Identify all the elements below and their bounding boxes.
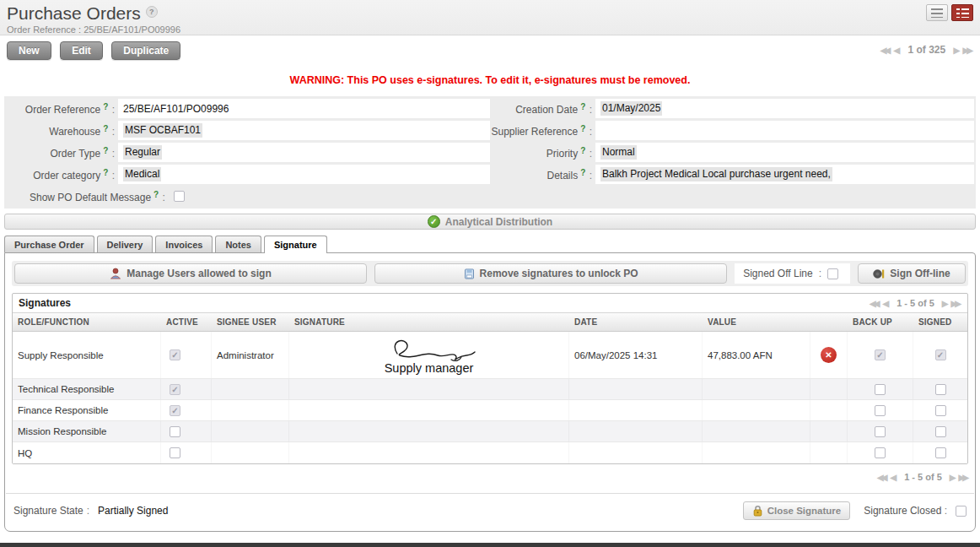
field-help-icon[interactable]: ? — [580, 168, 585, 177]
signature-state-label: Signature State — [13, 505, 83, 517]
analytical-distribution-bar[interactable]: ✓ Analytical Distribution — [4, 214, 976, 230]
prev-page-icon[interactable]: ◀ — [890, 473, 897, 482]
table-row[interactable]: Supply Responsible Administrator Supply … — [13, 332, 967, 379]
signed-checkbox[interactable] — [935, 384, 946, 395]
next-page-icon[interactable]: ▶ — [950, 473, 956, 482]
field-creation-date: Creation Date? : 01/May/2025 — [490, 98, 974, 119]
remove-signatures-button[interactable]: Remove signatures to unlock PO — [374, 263, 727, 284]
prev-record-icon[interactable]: ◀ — [893, 46, 900, 55]
last-page-icon[interactable]: ▶▶ — [959, 473, 967, 482]
signed-checkbox[interactable] — [935, 426, 946, 437]
last-page-icon[interactable]: ▶▶ — [951, 299, 959, 308]
active-checkbox[interactable] — [170, 426, 180, 437]
field-help-icon[interactable]: ? — [153, 190, 159, 199]
order-reference-input[interactable]: 25/BE/AF101/PO09996 — [118, 99, 490, 118]
details-input[interactable]: Balkh Project Medical Local purchase urg… — [595, 165, 974, 184]
field-value: Medical — [123, 167, 161, 181]
row-role: Finance Responsible — [13, 400, 161, 420]
next-record-icon[interactable]: ▶ — [954, 46, 961, 55]
active-checkbox[interactable] — [170, 405, 180, 416]
field-help-icon[interactable]: ? — [580, 146, 585, 155]
field-help-icon[interactable]: ? — [103, 124, 108, 133]
col-role[interactable]: ROLE/FUNCTION — [13, 313, 161, 331]
last-record-icon[interactable]: ▶▶ — [963, 46, 971, 55]
first-page-icon[interactable]: ◀◀ — [877, 473, 885, 482]
field-value: Normal — [600, 145, 637, 160]
signature-state-value: Partially Signed — [98, 505, 743, 517]
backup-checkbox[interactable] — [875, 426, 886, 437]
active-checkbox[interactable] — [170, 384, 180, 395]
first-record-icon[interactable]: ◀◀ — [880, 46, 888, 55]
backup-checkbox[interactable] — [875, 405, 886, 416]
signed-checkbox[interactable] — [935, 405, 946, 416]
new-button[interactable]: New — [7, 41, 51, 60]
backup-checkbox[interactable] — [875, 349, 886, 360]
order-type-input[interactable]: Regular — [118, 143, 490, 162]
signature-closed-checkbox[interactable] — [956, 506, 967, 517]
row-date — [569, 400, 703, 420]
bottom-bar — [0, 543, 980, 547]
close-signature-button[interactable]: Close Signature — [743, 501, 851, 520]
next-page-icon[interactable]: ▶ — [942, 299, 949, 308]
field-details: Details? : Balkh Project Medical Local p… — [490, 164, 974, 185]
tab-notes[interactable]: Notes — [215, 236, 261, 252]
supplier-reference-input[interactable] — [595, 121, 974, 140]
order-reference-label: Order Reference — [7, 24, 76, 35]
row-role: HQ — [13, 442, 161, 463]
table-row[interactable]: Finance Responsible — [13, 400, 967, 421]
sign-offline-button[interactable]: Sign Off-line — [858, 263, 966, 284]
document-icon — [464, 268, 475, 279]
help-icon[interactable]: ? — [146, 6, 158, 18]
tab-signature[interactable]: Signature — [264, 236, 327, 253]
field-label: Supplier Reference — [491, 126, 578, 138]
prev-page-icon[interactable]: ◀ — [882, 299, 889, 308]
edit-button[interactable]: Edit — [60, 41, 103, 60]
col-active[interactable]: ACTIVE — [161, 313, 212, 331]
duplicate-button[interactable]: Duplicate — [111, 41, 180, 60]
remove-signature-icon[interactable]: ✕ — [821, 347, 837, 363]
row-signee-user — [212, 379, 289, 399]
order-category-input[interactable]: Medical — [118, 165, 490, 184]
tab-delivery[interactable]: Delivery — [97, 236, 153, 252]
creation-date-input[interactable]: 01/May/2025 — [595, 99, 974, 118]
table-row[interactable]: Mission Responsible — [13, 421, 967, 442]
field-label: Details — [547, 170, 579, 181]
priority-input[interactable]: Normal — [595, 143, 974, 162]
backup-checkbox[interactable] — [875, 447, 886, 458]
tab-purchase-order[interactable]: Purchase Order — [4, 236, 94, 252]
field-warehouse: Warehouse? : MSF OCBAF101 — [6, 120, 490, 141]
list-view-button[interactable] — [926, 4, 948, 21]
col-signature[interactable]: SIGNATURE — [289, 313, 569, 331]
table-row[interactable]: HQ — [13, 442, 967, 463]
field-help-icon[interactable]: ? — [103, 146, 108, 155]
form-view-button[interactable] — [951, 4, 973, 21]
warehouse-input[interactable]: MSF OCBAF101 — [118, 121, 490, 140]
manage-users-button[interactable]: Manage Users allowed to sign — [14, 263, 367, 284]
col-signee-user[interactable]: SIGNEE USER — [212, 313, 289, 331]
signed-offline-checkbox[interactable] — [827, 268, 838, 279]
form-right-column: Creation Date? : 01/May/2025 Supplier Re… — [490, 97, 974, 207]
first-page-icon[interactable]: ◀◀ — [870, 299, 877, 308]
col-value[interactable]: VALUE — [703, 313, 810, 331]
backup-checkbox[interactable] — [875, 384, 886, 395]
tab-invoices[interactable]: Invoices — [155, 236, 213, 252]
signed-checkbox[interactable] — [935, 349, 946, 360]
field-help-icon[interactable]: ? — [103, 168, 108, 177]
table-row[interactable]: Technical Responsible — [13, 379, 967, 400]
col-date[interactable]: DATE — [569, 313, 703, 331]
field-order-category: Order category? : Medical — [6, 164, 490, 185]
col-backup[interactable]: BACK UP — [848, 313, 913, 331]
signatures-pager-bottom: ◀◀ ◀ 1 - 5 of 5 ▶ ▶▶ — [5, 464, 975, 488]
field-label: Order category — [33, 170, 100, 181]
field-help-icon[interactable]: ? — [580, 124, 585, 133]
active-checkbox[interactable] — [170, 447, 180, 458]
signed-checkbox[interactable] — [935, 447, 946, 458]
field-help-icon[interactable]: ? — [103, 102, 108, 111]
active-checkbox[interactable] — [170, 349, 180, 360]
field-help-icon[interactable]: ? — [580, 102, 585, 111]
show-po-default-message-checkbox[interactable] — [174, 191, 185, 202]
col-signed[interactable]: SIGNED — [913, 313, 967, 331]
page-header: Purchase Orders? Order Reference : 25/BE… — [0, 0, 980, 35]
pager-text: 1 - 5 of 5 — [897, 298, 934, 308]
row-value — [703, 421, 810, 441]
